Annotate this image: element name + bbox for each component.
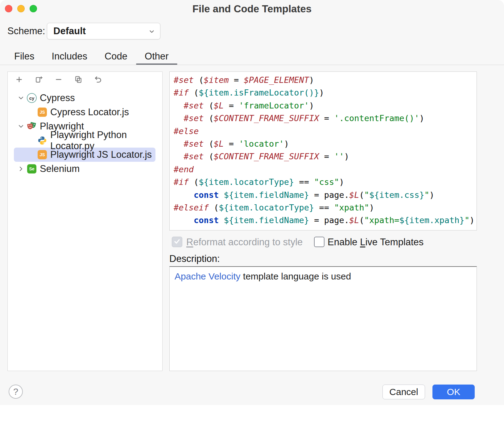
template-tree: cy Cypress JS Cypress Locator.js	[8, 91, 162, 176]
javascript-file-icon: JS	[37, 150, 47, 160]
reformat-checkbox	[172, 237, 182, 247]
chevron-down-icon	[148, 27, 156, 37]
code-editor[interactable]: #set ($item = $PAGE_ELEMENT)#if (${item.…	[169, 71, 477, 230]
template-toolbar	[13, 74, 104, 86]
tree-item-playwright-js-locator-js[interactable]: JS Playwright JS Locator.js	[8, 148, 162, 162]
tree-item-label: Cypress Locator.js	[50, 107, 129, 118]
help-button[interactable]: ?	[9, 385, 23, 399]
question-mark-icon: ?	[13, 387, 18, 397]
cypress-icon: cy	[27, 93, 37, 103]
create-from-selected-button[interactable]	[33, 74, 45, 86]
chevron-right-icon[interactable]	[17, 165, 25, 173]
scheme-label: Scheme:	[7, 23, 45, 39]
description-text: template language is used	[240, 271, 351, 281]
duplicate-template-button[interactable]	[72, 74, 84, 86]
template-list-panel: cy Cypress JS Cypress Locator.js	[7, 71, 163, 371]
tab-other[interactable]: Other	[144, 49, 169, 65]
tree-item-label: Playwright JS Locator.js	[50, 149, 152, 160]
enable-live-templates-checkbox[interactable]	[314, 237, 324, 247]
scheme-selected-value: Default	[53, 23, 86, 39]
duplicate-icon	[74, 75, 82, 85]
tab-bar: Files Includes Code Other	[0, 49, 504, 65]
reset-to-default-button[interactable]	[92, 74, 104, 86]
minus-icon	[55, 75, 63, 85]
selenium-icon: Se	[27, 164, 37, 174]
checkmark-icon	[173, 238, 181, 246]
tree-item-cypress-locator-js[interactable]: JS Cypress Locator.js	[8, 105, 162, 119]
tab-code[interactable]: Code	[104, 49, 128, 65]
remove-template-button[interactable]	[53, 74, 64, 86]
footer-strip	[0, 405, 504, 424]
window-title: File and Code Templates	[0, 0, 504, 18]
tree-item-label: Playwright Python Locator.py	[50, 129, 162, 152]
chevron-down-icon[interactable]	[17, 122, 25, 130]
tab-includes[interactable]: Includes	[51, 49, 88, 65]
plus-icon	[15, 75, 23, 85]
tree-group-selenium[interactable]: Se Selenium	[8, 162, 162, 176]
tree-item-label: Selenium	[40, 163, 80, 174]
reformat-checkbox-label: Reformat according to style	[186, 237, 303, 247]
cancel-button[interactable]: Cancel	[382, 385, 425, 399]
titlebar: File and Code Templates	[0, 0, 504, 18]
playwright-icon	[27, 121, 37, 131]
description-editor[interactable]: Apache Velocity template language is use…	[169, 266, 477, 371]
scheme-select[interactable]: Default	[47, 23, 160, 39]
tree-item-label: Cypress	[40, 92, 75, 104]
file-and-code-templates-dialog: File and Code Templates Scheme: Default …	[0, 0, 504, 424]
chevron-down-icon[interactable]	[17, 94, 25, 102]
tree-item-playwright-python-locator-py[interactable]: Playwright Python Locator.py	[8, 133, 162, 148]
python-file-icon	[37, 136, 47, 145]
description-label: Description:	[169, 253, 220, 264]
enable-live-templates-label: Enable Live Templates	[328, 237, 423, 247]
tree-group-cypress[interactable]: cy Cypress	[8, 91, 162, 105]
javascript-file-icon: JS	[37, 107, 47, 117]
ok-button[interactable]: OK	[432, 385, 475, 399]
apache-velocity-link[interactable]: Apache Velocity	[175, 271, 240, 281]
add-template-button[interactable]	[13, 74, 25, 86]
copy-plus-icon	[35, 75, 43, 85]
undo-icon	[94, 75, 102, 85]
tab-files[interactable]: Files	[14, 49, 35, 65]
